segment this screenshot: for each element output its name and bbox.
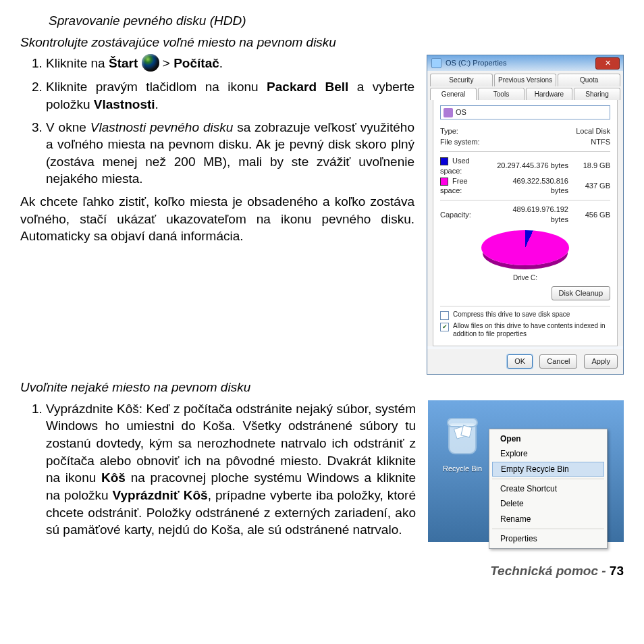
dialog-title: OS (C:) Properties [446,58,506,68]
disk-usage-pie [481,230,569,272]
apply-button[interactable]: Apply [584,354,618,369]
ctx-delete[interactable]: Delete [491,496,606,511]
compress-checkbox[interactable]: Compress this drive to save disk space [440,311,610,320]
tab-tools[interactable]: Tools [478,88,525,101]
tab-general[interactable]: General [430,88,477,101]
tab-security[interactable]: Security [430,74,493,86]
drive-name: OS [456,107,466,117]
free-swatch [440,178,448,186]
filesystem-label: File system: [440,137,480,147]
filesystem-value: NTFS [591,137,610,147]
properties-dialog: OS (C:) Properties ✕ Security Previous V… [427,55,624,375]
context-menu: Open Explore Empty Recycle Bin Create Sh… [489,429,608,549]
drive-name-input[interactable]: OS [440,105,610,119]
tab-previous-versions[interactable]: Previous Versions [494,74,557,86]
recycle-bin-screenshot: Recycle Bin Open Explore Empty Recycle B… [428,400,624,542]
page-footer: Technická pomoc - 73 [20,562,624,580]
tab-hardware[interactable]: Hardware [526,88,572,101]
ctx-properties[interactable]: Properties [491,531,606,546]
cancel-button[interactable]: Cancel [539,354,577,369]
volume-icon [444,108,453,117]
ctx-open[interactable]: Open [491,431,606,446]
disk-cleanup-button[interactable]: Disk Cleanup [552,286,610,300]
free-gb: 437 GB [574,181,610,191]
ok-button[interactable]: OK [507,354,533,369]
used-bytes: 20.297.445.376 bytes [494,161,568,171]
ctx-rename[interactable]: Rename [491,512,606,527]
index-checkbox[interactable]: ✔Allow files on this drive to have conte… [440,322,610,338]
type-label: Type: [440,126,458,136]
drive-icon [431,58,441,68]
footer-label: Technická pomoc - [490,564,606,578]
drive-label: Drive C: [440,273,610,283]
ctx-empty-recycle-bin[interactable]: Empty Recycle Bin [492,462,604,477]
capacity-label: Capacity: [440,210,489,220]
used-swatch [440,157,448,165]
capacity-bytes: 489.619.976.192 bytes [494,205,568,225]
tab-quota[interactable]: Quota [558,74,620,86]
recycle-bin-label: Recycle Bin [440,464,485,474]
computer-label: Počítač [173,56,219,70]
section-heading: Spravovanie pevného disku (HDD) [49,12,624,30]
close-icon[interactable]: ✕ [595,57,620,70]
tab-sharing[interactable]: Sharing [574,88,620,101]
free-bytes: 469.322.530.816 bytes [494,176,568,196]
capacity-gb: 456 GB [574,210,610,220]
start-label: Štart [109,56,138,70]
ctx-explore[interactable]: Explore [491,446,606,461]
dialog-titlebar: OS (C:) Properties ✕ [427,55,623,71]
subsection-heading: Skontrolujte zostávajúce voľné miesto na… [20,34,624,51]
recycle-bin-icon[interactable] [447,423,478,461]
subsection-heading-2: Uvoľnite nejaké miesto na pevnom disku [20,379,624,396]
type-value: Local Disk [576,126,610,136]
ctx-create-shortcut[interactable]: Create Shortcut [491,481,606,496]
used-gb: 18.9 GB [574,161,610,171]
windows-orb-icon [142,54,159,72]
page-number: 73 [610,564,624,578]
